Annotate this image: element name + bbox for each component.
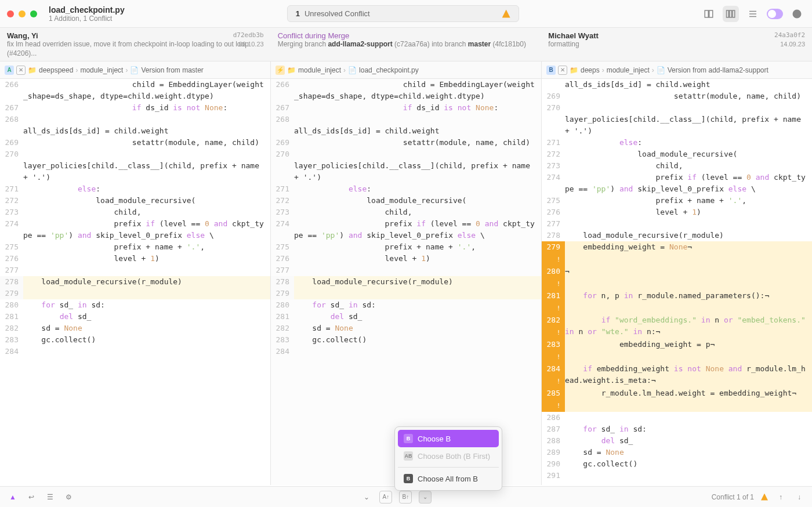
settings-icon[interactable]: ⚙: [63, 491, 74, 503]
code-line[interactable]: 282 sd = None: [0, 323, 270, 334]
code-line[interactable]: 277: [542, 218, 812, 230]
code-line[interactable]: 271 else:: [271, 183, 541, 195]
info-icon[interactable]: [789, 6, 805, 22]
two-column-layout-icon[interactable]: [701, 6, 717, 22]
toggle-switch[interactable]: [767, 9, 783, 19]
code-line[interactable]: all_ds_ids[ds_id] = child.weight: [271, 125, 541, 137]
code-line[interactable]: 289 sd = None: [542, 447, 812, 458]
code-line[interactable]: 284 if embedding_weight is not None and …: [542, 363, 812, 388]
minimize-window-button[interactable]: [19, 10, 26, 17]
close-window-button[interactable]: [7, 10, 14, 17]
code-line[interactable]: 277: [271, 265, 541, 276]
code-line[interactable]: 283 gc.collect(): [0, 334, 270, 346]
code-line[interactable]: 266 child = EmbeddingLayer(weight_shape=…: [271, 79, 541, 102]
code-line[interactable]: layer_policies[child.__class__](child, p…: [0, 160, 270, 183]
code-line[interactable]: 268: [0, 114, 270, 125]
code-line[interactable]: 272 load_module_recursive(: [542, 149, 812, 160]
code-line[interactable]: 280 for sd_ in sd:: [0, 299, 270, 311]
code-line[interactable]: 283 gc.collect(): [271, 334, 541, 346]
code-line[interactable]: 269 setattr(module, name, child): [271, 137, 541, 149]
code-line[interactable]: 274 prefix if (level == 0 and ckpt_type …: [271, 218, 541, 241]
dropdown-stepper[interactable]: ⌄: [419, 491, 432, 504]
chevron-down-icon[interactable]: ⌄: [361, 491, 372, 503]
right-pane[interactable]: all_ds_ids[ds_id] = child.weight269 seta…: [542, 79, 812, 485]
mid-breadcrumb[interactable]: ⚡ 📁 module_inject › 📄 load_checkpoint.py: [271, 61, 542, 78]
code-line[interactable]: 271 else:: [0, 183, 270, 195]
code-line[interactable]: 288 del sd_: [542, 435, 812, 447]
code-line[interactable]: 279: [271, 288, 541, 299]
code-line[interactable]: 290 gc.collect(): [542, 458, 812, 470]
code-line[interactable]: 274 prefix if (level == 0 and ckpt_type …: [0, 218, 270, 241]
code-line[interactable]: 267 if ds_id is not None:: [0, 102, 270, 114]
from-b-stepper[interactable]: B↑: [399, 491, 412, 504]
code-line[interactable]: 281 for n, p in r_module.named_parameter…: [542, 290, 812, 314]
code-line[interactable]: 270: [271, 149, 541, 160]
code-line[interactable]: 286: [542, 412, 812, 423]
prev-conflict-button[interactable]: ↑: [775, 491, 786, 503]
code-line[interactable]: all_ds_ids[ds_id] = child.weight: [0, 125, 270, 137]
code-line[interactable]: 273 child,: [542, 160, 812, 172]
code-line[interactable]: 273 child,: [271, 207, 541, 218]
code-line[interactable]: 276 level + 1): [542, 207, 812, 218]
code-line[interactable]: 276 level + 1): [271, 253, 541, 265]
wrap-icon[interactable]: ↩: [26, 491, 37, 503]
next-conflict-button[interactable]: ↓: [793, 491, 805, 503]
code-line[interactable]: 273 child,: [0, 207, 270, 218]
code-line[interactable]: 275 prefix + name + '.',: [542, 195, 812, 207]
code-text: [23, 346, 270, 357]
list-layout-icon[interactable]: [745, 6, 761, 22]
code-line[interactable]: 281 del sd_: [271, 311, 541, 323]
choose-b-button[interactable]: B Choose B: [398, 430, 499, 447]
code-line[interactable]: 267 if ds_id is not None:: [271, 102, 541, 114]
filter-icon[interactable]: ▲: [7, 491, 19, 503]
code-line[interactable]: 282 if "word_embeddings." in n or "embed…: [542, 314, 812, 339]
code-line[interactable]: 269 setattr(module, name, child): [542, 90, 812, 102]
code-line[interactable]: 276 level + 1): [0, 253, 270, 265]
code-line[interactable]: 279: [0, 288, 270, 299]
maximize-window-button[interactable]: [30, 10, 37, 17]
code-line[interactable]: 269 setattr(module, name, child): [0, 137, 270, 149]
code-line[interactable]: 277: [0, 265, 270, 276]
code-line[interactable]: 268: [271, 114, 541, 125]
code-line[interactable]: 280¬: [542, 266, 812, 290]
code-line[interactable]: layer_policies[child.__class__](child, p…: [271, 160, 541, 183]
code-line[interactable]: 272 load_module_recursive(: [271, 195, 541, 207]
code-line[interactable]: 278 load_module_recursive(r_module): [0, 276, 270, 288]
code-line[interactable]: 272 load_module_recursive(: [0, 195, 270, 207]
unresolved-conflict-pill[interactable]: 1 Unresolved Conflict: [287, 5, 519, 22]
right-breadcrumb[interactable]: B ✕ 📁 deeps › module_inject › 📄 Version …: [542, 61, 812, 78]
from-a-stepper[interactable]: A↑: [379, 491, 392, 504]
three-column-layout-icon[interactable]: [723, 6, 739, 22]
close-pane-icon[interactable]: ✕: [558, 66, 567, 75]
left-pane[interactable]: 266 child = EmbeddingLayer(weight_shape=…: [0, 79, 271, 485]
code-line[interactable]: 275 prefix + name + '.',: [0, 241, 270, 253]
code-line[interactable]: 283 embedding_weight = p¬: [542, 339, 812, 363]
close-pane-icon[interactable]: ✕: [16, 66, 26, 75]
code-line[interactable]: 278 load_module_recursive(r_module): [271, 276, 541, 288]
code-line[interactable]: 281 del sd_: [0, 311, 270, 323]
code-line[interactable]: 280 for sd_ in sd:: [271, 299, 541, 311]
code-line[interactable]: 278 load_module_recursive(r_module): [542, 230, 812, 241]
code-line[interactable]: 284: [271, 346, 541, 357]
code-line[interactable]: 291: [542, 470, 812, 481]
choose-both-button[interactable]: AB Choose Both (B First): [398, 447, 499, 465]
code-line[interactable]: 279 embedding_weight = None¬: [542, 241, 812, 266]
code-line[interactable]: 282 sd = None: [271, 323, 541, 334]
code-line[interactable]: layer_policies[child.__class__](child, p…: [542, 114, 812, 137]
left-breadcrumb[interactable]: A ✕ 📁 deepspeed › module_inject › 📄 Vers…: [0, 61, 271, 78]
code-text: else:: [23, 183, 270, 195]
code-line[interactable]: 274 prefix if (level == 0 and ckpt_type …: [542, 172, 812, 195]
code-line[interactable]: 285 r_module.lm_head.weight = embedding_…: [542, 388, 812, 412]
middle-pane[interactable]: 266 child = EmbeddingLayer(weight_shape=…: [271, 79, 542, 485]
code-line[interactable]: all_ds_ids[ds_id] = child.weight: [542, 79, 812, 90]
code-line[interactable]: 270: [542, 102, 812, 114]
code-line[interactable]: 275 prefix + name + '.',: [271, 241, 541, 253]
code-line[interactable]: 270: [0, 149, 270, 160]
merge-badge-icon: ⚡: [276, 66, 285, 75]
code-line[interactable]: 287 for sd_ in sd:: [542, 423, 812, 435]
list-icon[interactable]: ☰: [44, 491, 56, 503]
code-line[interactable]: 284: [0, 346, 270, 357]
code-line[interactable]: 271 else:: [542, 137, 812, 149]
choose-all-b-button[interactable]: B Choose All from B: [398, 470, 499, 487]
code-line[interactable]: 266 child = EmbeddingLayer(weight_shape=…: [0, 79, 270, 102]
